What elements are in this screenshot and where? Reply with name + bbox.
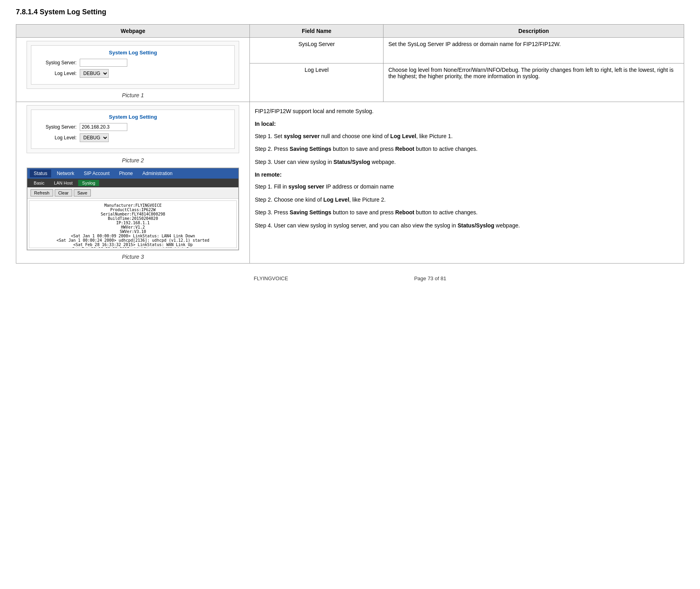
picture1-loglevel-row: Log Level: DEBUG	[37, 69, 229, 78]
picture1-cell: System Log Setting Syslog Server: Log Le…	[16, 38, 250, 102]
bold-status-syslog-2: Status/Syslog	[458, 222, 495, 229]
header-webpage: Webpage	[16, 25, 250, 38]
picture1-syslog-label: Syslog Server:	[37, 60, 77, 65]
log-level-desc: Choose log level from None/Error/Warn/IN…	[384, 64, 684, 102]
picture3-subbar: Basic LAN Host Syslog	[27, 179, 238, 187]
bold-syslog-server-2: syslog server	[288, 183, 324, 190]
main-table: Webpage Field Name Description System Lo…	[16, 24, 684, 264]
remote-step1: Step 1. Fill in syslog server IP address…	[255, 182, 679, 191]
bold-reboot-2: Reboot	[395, 209, 414, 216]
intro-text: FIP12/FIP12W support local and remote Sy…	[255, 107, 679, 115]
local-step2: Step 2. Press Saving Settings button to …	[255, 144, 679, 153]
picture1-form-title: System Log Setting	[37, 50, 229, 56]
syslog-server-desc: Set the SysLog Server IP address or doma…	[384, 38, 684, 64]
picture2-syslog-row: Syslog Server:	[37, 123, 229, 131]
bold-reboot-1: Reboot	[395, 146, 414, 152]
nav-status[interactable]: Status	[30, 169, 51, 177]
picture3-caption: Picture 3	[21, 254, 245, 260]
clear-button[interactable]: Clear	[55, 189, 72, 196]
bold-syslog-server-1: syslog server	[284, 133, 320, 139]
picture3-browser: Status Network SIP Account Phone Adminis…	[27, 168, 239, 250]
picture1-caption: Picture 1	[21, 92, 245, 98]
picture3-btnbar: Refresh Clear Save	[27, 187, 238, 199]
log-level-desc-text: Choose log level from None/Error/Warn/IN…	[388, 67, 673, 79]
save-button[interactable]: Save	[74, 189, 91, 196]
page-title: 7.8.1.4 System Log Setting	[16, 8, 684, 16]
log-level-label: Log Level	[305, 67, 329, 73]
full-description-cell: FIP12/FIP12W support local and remote Sy…	[250, 102, 684, 264]
sub-basic[interactable]: Basic	[30, 180, 48, 186]
refresh-button[interactable]: Refresh	[31, 189, 53, 196]
bold-saving-settings-2: Saving Settings	[290, 209, 331, 216]
picture3-navbar: Status Network SIP Account Phone Adminis…	[27, 168, 238, 179]
footer-page: Page 73 of 81	[414, 275, 446, 281]
bold-saving-settings-1: Saving Settings	[290, 146, 331, 152]
bold-log-level-2: Log Level	[323, 196, 349, 203]
remote-step2: Step 2. Choose one kind of Log Level, li…	[255, 195, 679, 204]
remote-step3: Step 3. Press Saving Settings button to …	[255, 208, 679, 217]
remote-step4: Step 4. User can view syslog in syslog s…	[255, 221, 679, 230]
syslog-server-label: SysLog Server	[298, 41, 335, 47]
pictures23-cell: System Log Setting Syslog Server: Log Le…	[16, 102, 250, 264]
picture2-form-title: System Log Setting	[37, 114, 229, 120]
picture1-loglevel-label: Log Level:	[37, 71, 77, 76]
log-level-field: Log Level	[250, 64, 384, 102]
syslog-server-field: SysLog Server	[250, 38, 384, 64]
sub-lan-host[interactable]: LAN Host	[50, 180, 77, 186]
picture1-syslog-input[interactable]	[80, 59, 127, 67]
bold-log-level-1: Log Level	[390, 133, 416, 139]
picture1-syslog-row: Syslog Server:	[37, 59, 229, 67]
local-step1: Step 1. Set syslog server null and choos…	[255, 132, 679, 141]
sub-syslog[interactable]: Syslog	[78, 180, 99, 186]
local-title: In local:	[255, 119, 679, 128]
picture1-form: System Log Setting Syslog Server: Log Le…	[31, 45, 235, 85]
picture2-loglevel-select[interactable]: DEBUG	[80, 133, 109, 142]
picture1-loglevel-select[interactable]: DEBUG	[80, 69, 109, 78]
local-step3: Step 3. User can view syslog in Status/S…	[255, 158, 679, 166]
description-section: FIP12/FIP12W support local and remote Sy…	[255, 105, 679, 235]
nav-network[interactable]: Network	[53, 169, 78, 177]
picture2-panel: System Log Setting Syslog Server: Log Le…	[27, 105, 239, 153]
picture1-panel: System Log Setting Syslog Server: Log Le…	[27, 41, 239, 89]
nav-phone[interactable]: Phone	[115, 169, 137, 177]
picture3-panel: Status Network SIP Account Phone Adminis…	[27, 167, 239, 250]
nav-sip-account[interactable]: SIP Account	[80, 169, 113, 177]
syslog-server-desc-text: Set the SysLog Server IP address or doma…	[388, 41, 561, 47]
footer-brand: FLYINGVOICE	[254, 275, 288, 281]
header-field-name: Field Name	[250, 25, 384, 38]
picture2-loglevel-label: Log Level:	[37, 135, 77, 141]
picture2-syslog-label: Syslog Server:	[37, 124, 77, 130]
bold-status-syslog-1: Status/Syslog	[334, 159, 370, 165]
header-description: Description	[384, 25, 684, 38]
remote-title: In remote:	[255, 170, 679, 179]
picture3-log: Manufacturer:FLYINGVOICE ProductClass:IP…	[29, 200, 237, 248]
nav-administration[interactable]: Administration	[138, 169, 176, 177]
picture2-caption: Picture 2	[21, 157, 245, 164]
picture2-syslog-input[interactable]	[80, 123, 127, 131]
picture2-loglevel-row: Log Level: DEBUG	[37, 133, 229, 142]
footer: FLYINGVOICE Page 73 of 81	[16, 275, 684, 281]
picture2-form: System Log Setting Syslog Server: Log Le…	[31, 110, 235, 149]
